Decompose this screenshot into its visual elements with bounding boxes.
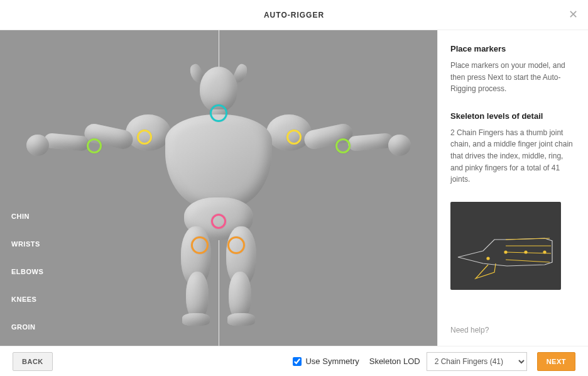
label-wrists: WRISTS	[11, 240, 43, 248]
skeleton-lod-select[interactable]: 2 Chain Fingers (41)	[427, 352, 527, 371]
label-chin: CHIN	[11, 213, 43, 220]
next-button[interactable]: NEXT	[537, 352, 575, 371]
page-title: AUTO-RIGGER	[264, 11, 324, 19]
skeleton-lod-heading: Skeleton levels of detail	[450, 111, 575, 121]
svg-point-2	[525, 251, 527, 253]
body: CHIN WRISTS ELBOWS KNEES GROIN Place mar…	[0, 30, 588, 346]
place-markers-text: Place markers on your model, and then pr…	[450, 60, 575, 95]
label-groin: GROIN	[11, 323, 43, 331]
marker-wrist-left[interactable]	[87, 138, 102, 153]
use-symmetry-label: Use Symmetry	[305, 357, 359, 366]
marker-knee-right[interactable]	[227, 236, 245, 254]
viewport-3d[interactable]: CHIN WRISTS ELBOWS KNEES GROIN	[0, 30, 437, 346]
place-markers-heading: Place markers	[450, 44, 575, 53]
marker-groin[interactable]	[211, 214, 226, 229]
use-symmetry-checkbox[interactable]	[293, 357, 302, 366]
close-icon[interactable]: ✕	[569, 9, 578, 20]
character-silhouette	[68, 53, 369, 323]
svg-point-3	[543, 251, 546, 253]
help-link[interactable]: Need help?	[450, 326, 575, 335]
marker-elbow-right[interactable]	[286, 130, 302, 145]
marker-chin[interactable]	[210, 104, 227, 122]
skeleton-lod-control: Skeleton LOD 2 Chain Fingers (41)	[369, 352, 527, 371]
skeleton-lod-label: Skeleton LOD	[369, 357, 420, 366]
footer: BACK Use Symmetry Skeleton LOD 2 Chain F…	[0, 346, 588, 376]
label-knees: KNEES	[11, 296, 43, 303]
back-button[interactable]: BACK	[13, 352, 53, 371]
marker-wrist-right[interactable]	[335, 138, 351, 153]
lod-preview-image	[450, 202, 561, 290]
marker-knee-left[interactable]	[191, 236, 209, 254]
marker-elbow-left[interactable]	[137, 130, 152, 145]
header: AUTO-RIGGER ✕	[0, 0, 588, 30]
marker-label-list: CHIN WRISTS ELBOWS KNEES GROIN	[11, 213, 43, 331]
skeleton-lod-text: 2 Chain Fingers has a thumb joint chain,…	[450, 127, 575, 185]
svg-point-1	[504, 251, 507, 253]
side-panel: Place markers Place markers on your mode…	[437, 30, 588, 346]
label-elbows: ELBOWS	[11, 268, 43, 275]
svg-point-0	[487, 257, 489, 260]
use-symmetry-toggle[interactable]: Use Symmetry	[293, 357, 359, 366]
